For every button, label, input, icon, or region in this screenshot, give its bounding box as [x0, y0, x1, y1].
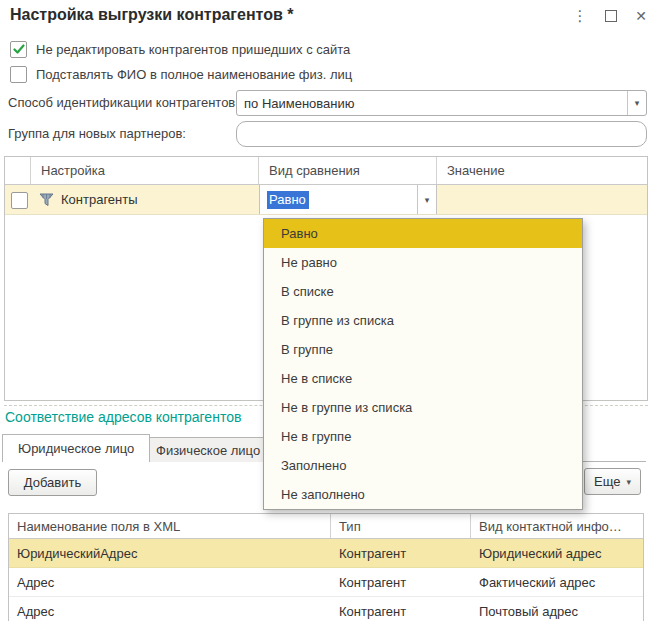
header-xml-field[interactable]: Наименование поля в XML	[9, 514, 331, 538]
address-table: Наименование поля в XML Тип Вид контактн…	[8, 513, 644, 621]
filter-row-kontragenty[interactable]: Контрагенты Равно ▾	[5, 185, 647, 215]
header-checkbox-column	[5, 157, 31, 184]
page-title: Настройка выгрузки контрагентов *	[10, 6, 293, 24]
comparison-editor[interactable]: Равно ▾	[259, 185, 437, 214]
chevron-down-icon[interactable]: ▾	[417, 185, 436, 214]
header-comparison[interactable]: Вид сравнения	[259, 157, 437, 184]
cell-type: Контрагент	[331, 597, 471, 621]
dropdown-item[interactable]: В группе	[264, 335, 582, 364]
identification-label: Способ идентификации контрагентов:	[8, 95, 239, 110]
dropdown-item[interactable]: Не равно	[264, 248, 582, 277]
checkbox-row-fio[interactable]: Подставлять ФИО в полное наименование фи…	[10, 66, 352, 82]
tab-legal-entity[interactable]: Юридическое лицо	[2, 434, 150, 462]
cell-contact-info: Фактический адрес	[471, 568, 643, 596]
cell-contact-info: Почтовый адрес	[471, 597, 643, 621]
dropdown-item[interactable]: Равно	[264, 219, 582, 248]
dropdown-item[interactable]: Заполнено	[264, 451, 582, 480]
identification-value: по Наименованию	[237, 96, 627, 111]
checkbox-label: Не редактировать контрагентов пришедших …	[36, 42, 350, 57]
checkbox-label: Подставлять ФИО в полное наименование фи…	[36, 67, 352, 82]
checkbox-unchecked[interactable]	[10, 66, 27, 83]
comparison-dropdown: Равно Не равно В списке В группе из спис…	[263, 218, 583, 510]
dropdown-item[interactable]: Не заполнено	[264, 480, 582, 509]
group-label: Группа для новых партнеров:	[8, 126, 186, 141]
identification-combobox[interactable]: по Наименованию ▾	[236, 90, 647, 116]
cell-xml-field: ЮридическийАдрес	[9, 539, 331, 567]
checkbox-checked[interactable]	[10, 41, 27, 58]
header-type[interactable]: Тип	[331, 514, 471, 538]
dropdown-item[interactable]: Не в группе	[264, 422, 582, 451]
window-menu-icon[interactable]: ⋮	[570, 6, 590, 26]
add-button[interactable]: Добавить	[8, 469, 97, 496]
checkbox-row-no-edit[interactable]: Не редактировать контрагентов пришедших …	[10, 41, 350, 57]
group-input[interactable]	[236, 121, 647, 147]
tab-physical-person[interactable]: Физическое лицо	[140, 437, 276, 462]
row-checkbox[interactable]	[11, 192, 28, 209]
cell-xml-field: Адрес	[9, 568, 331, 596]
filter-row-label: Контрагенты	[61, 185, 138, 214]
value-cell[interactable]	[438, 185, 647, 214]
maximize-icon[interactable]	[601, 6, 621, 26]
comparison-selected-text[interactable]: Равно	[267, 191, 309, 209]
header-contact-info-kind[interactable]: Вид контактной инфо…	[471, 514, 643, 538]
filter-table-header: Настройка Вид сравнения Значение	[5, 157, 647, 185]
chevron-down-icon[interactable]: ▾	[627, 91, 646, 115]
dropdown-item[interactable]: В группе из списка	[264, 306, 582, 335]
close-icon[interactable]: ✕	[631, 6, 651, 26]
more-button-label: Еще	[594, 474, 620, 489]
maximize-square	[605, 10, 617, 22]
table-row[interactable]: Адрес Контрагент Фактический адрес	[9, 568, 643, 597]
cell-contact-info: Юридический адрес	[471, 539, 643, 567]
table-row[interactable]: Адрес Контрагент Почтовый адрес	[9, 597, 643, 621]
dropdown-item[interactable]: В списке	[264, 277, 582, 306]
address-table-header: Наименование поля в XML Тип Вид контактн…	[9, 514, 643, 539]
dropdown-item[interactable]: Не в списке	[264, 364, 582, 393]
check-icon	[13, 44, 25, 55]
cell-type: Контрагент	[331, 568, 471, 596]
more-button[interactable]: Еще ▾	[584, 468, 641, 495]
table-row[interactable]: ЮридическийАдрес Контрагент Юридический …	[9, 539, 643, 568]
header-setting[interactable]: Настройка	[31, 157, 259, 184]
chevron-down-icon: ▾	[626, 477, 631, 487]
cell-type: Контрагент	[331, 539, 471, 567]
header-value[interactable]: Значение	[437, 157, 647, 184]
filter-item-icon	[38, 191, 55, 208]
dropdown-item[interactable]: Не в группе из списка	[264, 393, 582, 422]
section-title: Соответствие адресов контрагентов	[5, 409, 241, 425]
cell-xml-field: Адрес	[9, 597, 331, 621]
